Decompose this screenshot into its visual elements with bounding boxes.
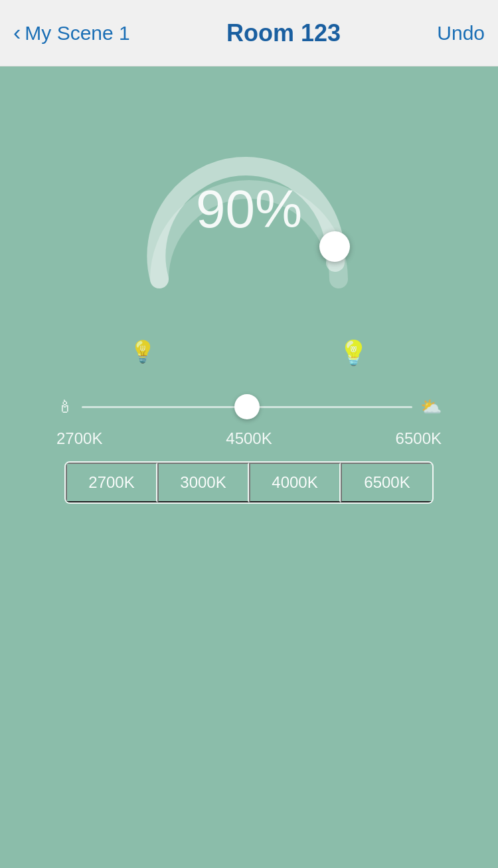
brightness-value: 90% xyxy=(196,179,302,240)
brightness-knob[interactable]: 90% xyxy=(123,93,375,332)
back-button[interactable]: ‹ My Scene 1 xyxy=(13,21,130,45)
cloud-sun-icon: ⛅ xyxy=(420,397,442,417)
color-temp-section: 🕯 ⛅ 2700K 4500K 6500K 2700K 3000K 4000K … xyxy=(56,393,442,504)
slider-row: 🕯 ⛅ xyxy=(56,393,442,420)
temp-slider[interactable] xyxy=(82,393,412,420)
mid-kelvin-label: 4500K xyxy=(226,429,272,448)
navigation-header: ‹ My Scene 1 Room 123 Undo xyxy=(0,0,498,66)
preset-btn-2700k[interactable]: 2700K xyxy=(66,463,157,502)
min-kelvin-label: 2700K xyxy=(56,429,102,448)
main-content: 90% 💡 💡 🕯 ⛅ 2700K 4500K 6500K 2700K 3000… xyxy=(0,66,498,868)
slider-thumb[interactable] xyxy=(234,394,260,419)
preset-btn-3000k[interactable]: 3000K xyxy=(157,463,249,502)
back-chevron-icon: ‹ xyxy=(13,19,21,45)
knob-icons-row: 💡 💡 xyxy=(129,339,369,367)
preset-buttons-group: 2700K 3000K 4000K 6500K xyxy=(64,461,434,504)
candle-icon: 🕯 xyxy=(56,397,74,417)
undo-button[interactable]: Undo xyxy=(437,22,485,45)
page-title: Room 123 xyxy=(226,19,341,47)
preset-btn-4000k[interactable]: 4000K xyxy=(249,463,341,502)
bright-bulb-icon: 💡 xyxy=(339,339,369,367)
preset-btn-6500k[interactable]: 6500K xyxy=(341,463,432,502)
kelvin-labels-row: 2700K 4500K 6500K xyxy=(56,429,442,448)
knob-thumb[interactable] xyxy=(319,231,350,262)
dim-bulb-icon: 💡 xyxy=(129,339,156,367)
max-kelvin-label: 6500K xyxy=(396,429,442,448)
back-label: My Scene 1 xyxy=(25,22,129,45)
